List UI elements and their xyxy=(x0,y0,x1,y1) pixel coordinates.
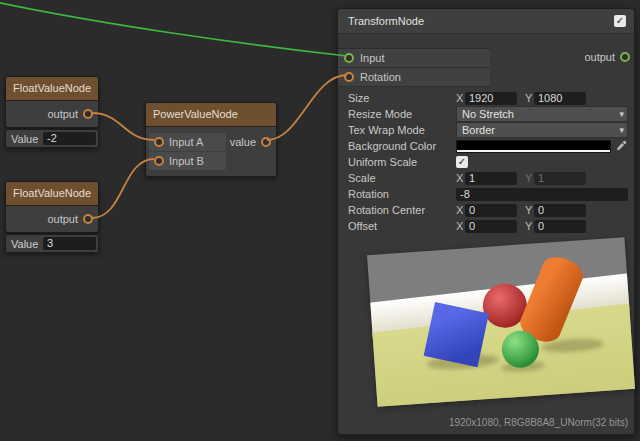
rotation-center-label: Rotation Center xyxy=(348,204,456,216)
size-y-field[interactable]: 1080 xyxy=(534,92,586,105)
uniform-scale-row: Uniform Scale ✓ xyxy=(338,154,634,170)
scale-row: Scale X 1 Y 1 xyxy=(338,170,634,186)
tex-wrap-mode-row: Tex Wrap Mode Border ▾ xyxy=(338,122,634,138)
chevron-down-icon: ▾ xyxy=(619,123,624,137)
rotation-center-row: Rotation Center X 0 Y 0 xyxy=(338,202,634,218)
float-value-node-2-body: output xyxy=(6,206,98,232)
size-label: Size xyxy=(348,92,456,104)
rotation-field[interactable]: -8 xyxy=(456,188,628,201)
float-value-node-1-title: FloatValueNode xyxy=(13,82,91,94)
rotation-center-y-field[interactable]: 0 xyxy=(534,204,586,217)
resize-mode-row: Resize Mode No Stretch ▾ xyxy=(338,106,634,122)
size-row: Size X 1920 Y 1080 xyxy=(338,90,634,106)
offset-x-axis-label: X xyxy=(456,220,465,232)
float-value-node-1[interactable]: FloatValueNode output xyxy=(5,76,99,128)
offset-x-field[interactable]: 0 xyxy=(465,220,517,233)
float2-value-row: Value 3 xyxy=(5,234,99,253)
chevron-down-icon: ▾ xyxy=(619,107,624,121)
power-output-label: value xyxy=(230,136,256,148)
uniform-scale-label: Uniform Scale xyxy=(348,156,456,168)
rotation-center-x-axis-label: X xyxy=(456,204,465,216)
float-value-node-1-header[interactable]: FloatValueNode xyxy=(6,77,98,101)
tex-wrap-mode-dropdown[interactable]: Border ▾ xyxy=(456,122,628,138)
offset-row: Offset X 0 Y 0 xyxy=(338,218,634,234)
transform-properties: Size X 1920 Y 1080 Resize Mode No Stretc… xyxy=(338,90,634,234)
check-icon: ✓ xyxy=(616,16,624,26)
power-output-port[interactable] xyxy=(261,137,271,147)
float1-value-field[interactable]: -2 xyxy=(43,132,96,145)
rotation-row: Rotation -8 xyxy=(338,186,634,202)
offset-y-field[interactable]: 0 xyxy=(534,220,586,233)
scale-label: Scale xyxy=(348,172,456,184)
power-value-node-body: Input A Input B value xyxy=(146,127,276,176)
blue-cube xyxy=(424,302,489,367)
power-input-a-row[interactable]: Input A xyxy=(149,133,226,151)
scale-x-axis-label: X xyxy=(456,172,465,184)
float1-value-row: Value -2 xyxy=(5,129,99,148)
float1-output-label: output xyxy=(47,108,78,120)
power-input-a-port[interactable] xyxy=(154,137,164,147)
uniform-scale-checkbox[interactable]: ✓ xyxy=(456,156,468,168)
size-y-axis-label: Y xyxy=(525,92,534,104)
wire-power-to-rotation[interactable] xyxy=(267,75,347,140)
resize-mode-label: Resize Mode xyxy=(348,108,456,120)
power-value-node-header[interactable]: PowerValueNode xyxy=(146,103,276,127)
float2-output-label: output xyxy=(47,213,78,225)
power-input-b-row[interactable]: Input B xyxy=(149,152,226,170)
transform-output-port[interactable] xyxy=(620,52,630,62)
check-icon: ✓ xyxy=(458,157,466,167)
preview-area xyxy=(338,234,634,414)
transform-ports-section: Input Rotation output xyxy=(338,34,634,90)
float1-output-port[interactable] xyxy=(83,109,93,119)
transform-output-label: output xyxy=(584,51,615,63)
power-input-a-label: Input A xyxy=(169,136,203,148)
transform-node[interactable]: TransformNode ✓ Input Rotation output xyxy=(337,8,635,435)
transform-input-port-row[interactable]: Input xyxy=(338,49,490,68)
rotation-label: Rotation xyxy=(348,188,456,200)
transform-rotation-port[interactable] xyxy=(344,72,354,82)
preview-image xyxy=(367,237,635,407)
float2-value-field[interactable]: 3 xyxy=(43,237,96,250)
power-input-b-label: Input B xyxy=(169,155,204,167)
wire-external-to-input[interactable] xyxy=(0,2,347,56)
size-x-field[interactable]: 1920 xyxy=(465,92,517,105)
eyedropper-icon[interactable] xyxy=(614,140,628,152)
transform-node-header[interactable]: TransformNode ✓ xyxy=(338,9,634,34)
power-output-row[interactable]: value xyxy=(230,133,271,151)
background-color-swatch[interactable] xyxy=(456,140,611,153)
float-value-node-2-header[interactable]: FloatValueNode xyxy=(6,182,98,206)
resize-mode-value: No Stretch xyxy=(462,108,514,120)
offset-label: Offset xyxy=(348,220,456,232)
transform-rotation-label: Rotation xyxy=(360,71,401,83)
resize-mode-dropdown[interactable]: No Stretch ▾ xyxy=(456,106,628,122)
rotation-center-x-field[interactable]: 0 xyxy=(465,204,517,217)
power-input-b-port[interactable] xyxy=(154,156,164,166)
preview-caption: 1920x1080, R8G8B8A8_UNorm(32 bits) xyxy=(338,414,634,434)
offset-y-axis-label: Y xyxy=(525,220,534,232)
power-value-node-title: PowerValueNode xyxy=(153,108,238,120)
float2-value-label: Value xyxy=(6,238,43,250)
float1-value-label: Value xyxy=(6,133,43,145)
preview-toggle-checkbox[interactable]: ✓ xyxy=(614,15,626,27)
float-value-node-2[interactable]: FloatValueNode output xyxy=(5,181,99,233)
node-graph-canvas[interactable]: FloatValueNode output Value -2 FloatValu… xyxy=(0,0,640,441)
transform-input-port-list: Input Rotation xyxy=(338,48,490,87)
float2-output-port[interactable] xyxy=(83,214,93,224)
rotation-center-y-axis-label: Y xyxy=(525,204,534,216)
power-value-node[interactable]: PowerValueNode Input A Input B value xyxy=(145,102,277,177)
background-color-label: Background Color xyxy=(348,140,456,152)
tex-wrap-mode-value: Border xyxy=(462,124,495,136)
float-value-node-2-title: FloatValueNode xyxy=(13,187,91,199)
background-color-row: Background Color xyxy=(338,138,634,154)
transform-output-port-row[interactable]: output xyxy=(584,48,630,66)
float-value-node-1-body: output xyxy=(6,101,98,127)
transform-input-port[interactable] xyxy=(344,53,354,63)
scale-x-field[interactable]: 1 xyxy=(465,172,517,185)
tex-wrap-mode-label: Tex Wrap Mode xyxy=(348,124,456,136)
scale-y-axis-label: Y xyxy=(525,172,534,184)
transform-input-label: Input xyxy=(360,52,384,64)
transform-rotation-port-row[interactable]: Rotation xyxy=(338,68,490,87)
alpha-bar xyxy=(457,150,610,152)
size-x-axis-label: X xyxy=(456,92,465,104)
scale-y-field: 1 xyxy=(534,172,586,185)
